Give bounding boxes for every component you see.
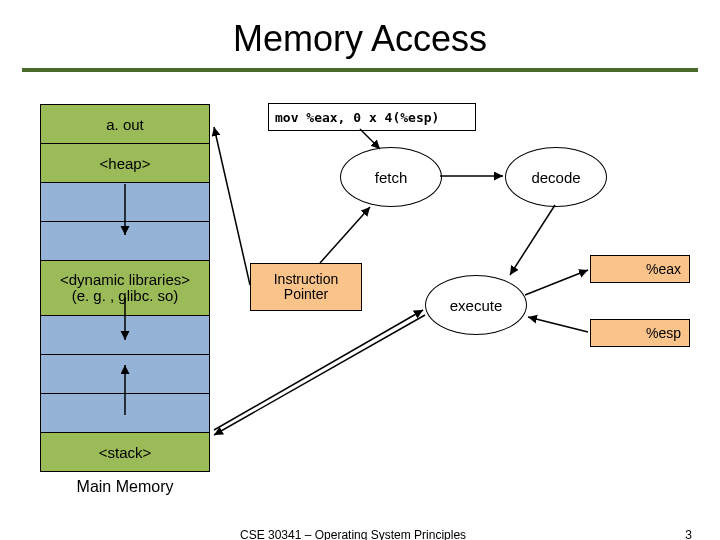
- mem-stack: <stack>: [40, 432, 210, 472]
- mem-gap5: [40, 393, 210, 433]
- memory-column: a. out <heap> <dynamic libraries> (e. g.…: [40, 105, 210, 496]
- execute-node: execute: [425, 275, 527, 335]
- mem-gap4: [40, 354, 210, 394]
- svg-line-3: [214, 127, 250, 285]
- diagram-stage: a. out <heap> <dynamic libraries> (e. g.…: [0, 85, 720, 505]
- svg-line-8: [525, 270, 588, 295]
- title-rule: [22, 68, 698, 72]
- ip-line2: Pointer: [274, 287, 339, 302]
- footer-page-number: 3: [685, 528, 692, 540]
- memory-label: Main Memory: [40, 472, 210, 496]
- svg-line-7: [510, 205, 555, 275]
- fetch-node: fetch: [340, 147, 442, 207]
- mem-gap2: [40, 221, 210, 261]
- ip-line1: Instruction: [274, 272, 339, 287]
- slide-title: Memory Access: [0, 0, 720, 68]
- mem-dynlib: <dynamic libraries> (e. g. , glibc. so): [40, 260, 210, 316]
- mem-dynlib-line1: <dynamic libraries>: [60, 272, 190, 289]
- mem-aout: a. out: [40, 104, 210, 144]
- esp-register: %esp: [590, 319, 690, 347]
- eax-register: %eax: [590, 255, 690, 283]
- instruction-pointer-box: Instruction Pointer: [250, 263, 362, 311]
- svg-line-5: [320, 207, 370, 263]
- mem-heap: <heap>: [40, 143, 210, 183]
- mem-dynlib-line2: (e. g. , glibc. so): [60, 288, 190, 305]
- svg-line-9: [528, 317, 588, 332]
- instruction-box: mov %eax, 0 x 4(%esp): [268, 103, 476, 131]
- svg-line-4: [360, 129, 380, 149]
- svg-line-11: [214, 310, 423, 430]
- decode-node: decode: [505, 147, 607, 207]
- mem-gap3: [40, 315, 210, 355]
- mem-gap1: [40, 182, 210, 222]
- svg-line-10: [214, 315, 425, 435]
- footer-course: CSE 30341 – Operating System Principles: [240, 528, 466, 540]
